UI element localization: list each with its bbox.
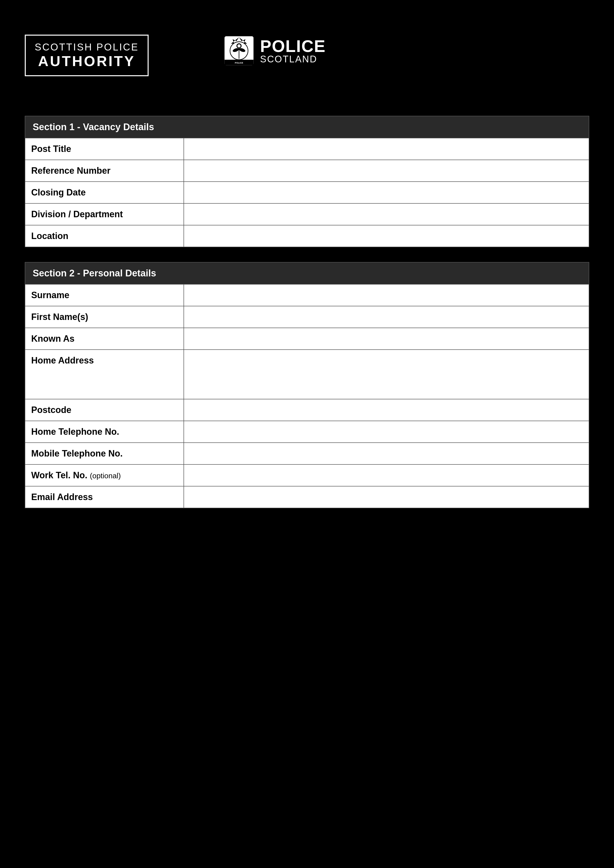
table-row: Work Tel. No. (optional) bbox=[25, 465, 589, 486]
table-row: Email Address bbox=[25, 486, 589, 508]
section2-header: Section 2 - Personal Details bbox=[25, 262, 589, 285]
mobile-telephone-value[interactable] bbox=[184, 443, 589, 465]
home-address-value[interactable] bbox=[184, 350, 589, 399]
first-names-label: First Name(s) bbox=[25, 306, 184, 328]
post-title-value[interactable] bbox=[184, 138, 589, 160]
police-text-main: POLICE bbox=[260, 37, 326, 54]
svg-point-7 bbox=[238, 44, 241, 48]
table-row: Post Title bbox=[25, 138, 589, 160]
division-department-value[interactable] bbox=[184, 203, 589, 225]
mobile-telephone-label: Mobile Telephone No. bbox=[25, 443, 184, 465]
table-row: Known As bbox=[25, 328, 589, 350]
police-scotland-logo: POLICE POLICE SCOTLAND bbox=[223, 35, 326, 67]
table-row: Division / Department bbox=[25, 203, 589, 225]
location-value[interactable] bbox=[184, 225, 589, 247]
table-row: Reference Number bbox=[25, 160, 589, 181]
location-label: Location bbox=[25, 225, 184, 247]
section1-header: Section 1 - Vacancy Details bbox=[25, 116, 589, 138]
table-row: Closing Date bbox=[25, 181, 589, 203]
police-crest-icon: POLICE bbox=[223, 35, 255, 67]
home-telephone-label: Home Telephone No. bbox=[25, 421, 184, 443]
table-row: Postcode bbox=[25, 399, 589, 421]
section1: Section 1 - Vacancy Details Post Title R… bbox=[25, 116, 589, 247]
division-department-label: Division / Department bbox=[25, 203, 184, 225]
section2-table: Surname First Name(s) Known As bbox=[25, 285, 589, 508]
police-text-sub: SCOTLAND bbox=[260, 54, 326, 64]
home-telephone-value[interactable] bbox=[184, 421, 589, 443]
work-telephone-optional: (optional) bbox=[90, 471, 121, 480]
email-address-value[interactable] bbox=[184, 486, 589, 508]
reference-number-label: Reference Number bbox=[25, 160, 184, 181]
post-title-label: Post Title bbox=[25, 138, 184, 160]
spa-logo-line1: SCOTTISH POLICE bbox=[35, 42, 139, 53]
police-scotland-text: POLICE SCOTLAND bbox=[260, 37, 326, 64]
closing-date-value[interactable] bbox=[184, 181, 589, 203]
known-as-label: Known As bbox=[25, 328, 184, 350]
work-telephone-value[interactable] bbox=[184, 465, 589, 486]
section1-title: Section 1 - Vacancy Details bbox=[33, 122, 154, 132]
home-address-label: Home Address bbox=[25, 350, 184, 399]
table-row: Surname bbox=[25, 285, 589, 306]
email-address-label: Email Address bbox=[25, 486, 184, 508]
spa-logo: SCOTTISH POLICE AUTHORITY bbox=[25, 35, 149, 76]
table-row: Mobile Telephone No. bbox=[25, 443, 589, 465]
surname-value[interactable] bbox=[184, 285, 589, 306]
closing-date-label: Closing Date bbox=[25, 181, 184, 203]
table-row: Home Address bbox=[25, 350, 589, 399]
section1-table: Post Title Reference Number Closing Date bbox=[25, 138, 589, 247]
table-row: First Name(s) bbox=[25, 306, 589, 328]
postcode-label: Postcode bbox=[25, 399, 184, 421]
first-names-value[interactable] bbox=[184, 306, 589, 328]
section2: Section 2 - Personal Details Surname Fir… bbox=[25, 262, 589, 508]
spa-logo-line2: AUTHORITY bbox=[35, 53, 139, 69]
header: SCOTTISH POLICE AUTHORITY bbox=[25, 20, 589, 76]
table-row: Home Telephone No. bbox=[25, 421, 589, 443]
svg-text:POLICE: POLICE bbox=[235, 62, 243, 64]
reference-number-value[interactable] bbox=[184, 160, 589, 181]
page: SCOTTISH POLICE AUTHORITY bbox=[25, 20, 589, 868]
table-row: Location bbox=[25, 225, 589, 247]
surname-label: Surname bbox=[25, 285, 184, 306]
postcode-value[interactable] bbox=[184, 399, 589, 421]
section2-title: Section 2 - Personal Details bbox=[33, 268, 156, 278]
work-telephone-label: Work Tel. No. (optional) bbox=[25, 465, 184, 486]
known-as-value[interactable] bbox=[184, 328, 589, 350]
